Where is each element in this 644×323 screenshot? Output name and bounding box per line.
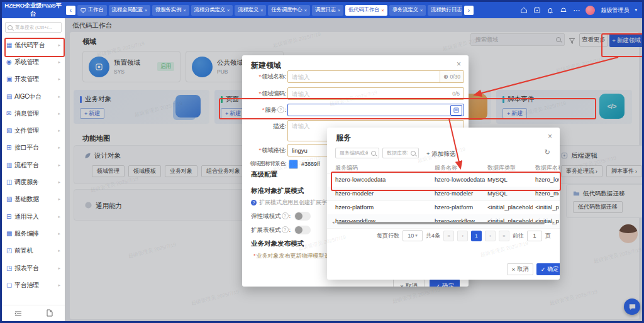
service-input[interactable]	[288, 107, 450, 114]
sidebar-item-file-mgmt[interactable]: ▧ 文件管理 ▸	[2, 122, 65, 139]
chevron-down-icon[interactable]: ▾	[635, 8, 637, 13]
db-type-filter[interactable]	[382, 148, 419, 158]
sidebar-item-service-orchestration[interactable]: ▩ 服务编排 ▸	[2, 225, 65, 242]
tab-process-definition[interactable]: 流程定义×	[235, 5, 266, 16]
close-icon: ×	[512, 266, 515, 273]
chevron-right-icon: ▸	[58, 77, 60, 82]
modal-cancel-button[interactable]: × 取消	[393, 279, 425, 287]
more-icon[interactable]: ⋯	[573, 6, 580, 14]
prev-page-button[interactable]: ‹	[457, 231, 468, 241]
lookup-icon[interactable]	[450, 105, 462, 116]
refresh-icon[interactable]: ↻	[545, 148, 550, 156]
tab-task-schedule-center[interactable]: 任务调度中心×	[268, 5, 310, 16]
table-row-modeler[interactable]: hzero-modeler hzero-modeler MySQL hzero_…	[327, 187, 560, 201]
close-icon[interactable]: ×	[381, 8, 384, 13]
domain-name-input[interactable]	[288, 74, 440, 80]
color-swatch[interactable]	[289, 160, 298, 169]
scroll-left-icon[interactable]: ◂	[332, 220, 335, 225]
horizontal-scrollbar[interactable]: ◂ ▸	[327, 221, 560, 226]
sidebar-item-front-machine[interactable]: ◰ 前置机 ▸	[2, 243, 65, 260]
sidebar-item-message-mgmt[interactable]: ✉ 消息管理 ▸	[2, 105, 65, 122]
close-icon[interactable]: ×	[548, 132, 552, 141]
std-ext-mode-title: 标准对象扩展模式	[251, 187, 304, 195]
service-cancel-button[interactable]: × 取消	[507, 263, 533, 275]
page-size-select[interactable]: 10 ▾	[402, 230, 423, 241]
close-icon[interactable]: ×	[227, 8, 230, 13]
service-lookup-field[interactable]	[287, 104, 464, 116]
page-number-button[interactable]: 1	[471, 231, 482, 241]
close-icon[interactable]: ×	[338, 8, 340, 13]
tabs-scroll-left-button[interactable]: ‹	[66, 6, 75, 15]
search-icon	[8, 25, 13, 30]
hat-icon[interactable]	[560, 6, 567, 14]
service-code-filter[interactable]	[335, 148, 379, 158]
next-page-button[interactable]: ›	[485, 231, 496, 241]
sidebar-item-system-mgmt[interactable]: ◉ 系统管理 ▸	[2, 53, 65, 70]
flex-domain-toggle[interactable]	[294, 212, 311, 221]
sidebar-item-dev-mgmt[interactable]: ▣ 开发管理 ▸	[2, 71, 65, 88]
topbar-actions: ⋯ 超级管理员 ▾	[520, 6, 642, 15]
close-icon[interactable]: ×	[457, 60, 461, 68]
sidebar-item-lowcode-platform[interactable]: ▦ 低代码平台 ▸	[2, 36, 65, 53]
sidebar-item-platform-governance[interactable]: ▢ 平台治理 ▸	[2, 276, 65, 293]
domain-code-input[interactable]	[288, 90, 452, 97]
system-mgmt-icon: ◉	[6, 59, 14, 65]
tab-process-exec-log[interactable]: 流程执行日志×	[428, 5, 462, 16]
goto-page-input[interactable]: 1	[527, 231, 542, 241]
user-avatar[interactable]	[586, 6, 595, 15]
globe-icon[interactable]: ⊕	[443, 74, 448, 80]
last-page-button[interactable]: »	[499, 231, 509, 241]
document-icon[interactable]	[47, 308, 53, 319]
calendar-icon[interactable]	[533, 6, 541, 14]
scrollbar-thumb[interactable]	[337, 222, 545, 224]
sidebar-item-api-platform[interactable]: ⊞ 接口平台 ▸	[2, 140, 65, 156]
bell-icon[interactable]	[547, 6, 554, 14]
domain-code-field[interactable]: 0/5	[287, 87, 464, 100]
close-icon[interactable]: ×	[420, 8, 423, 13]
message-mgmt-icon: ✉	[6, 111, 14, 117]
service-confirm-button[interactable]: ✓ 确定	[536, 263, 560, 275]
col-db-type: 数据库类型	[487, 164, 533, 172]
scroll-right-icon[interactable]: ▸	[552, 220, 555, 225]
home-icon[interactable]	[520, 6, 528, 14]
publish-option-label: 业务对象发布更新物理模型选项:	[257, 253, 338, 259]
menu-search-input[interactable]	[14, 24, 60, 31]
tab-process-global-config[interactable]: 流程全局配置×	[109, 5, 151, 16]
tab-microservice-instance[interactable]: 微服务实例×	[152, 5, 189, 16]
help-icon: ?	[282, 212, 289, 219]
tab-transaction-flow[interactable]: 事务流定义×	[389, 5, 426, 16]
file-mgmt-icon: ▧	[6, 128, 14, 134]
domain-code-label: 领域编码:	[262, 90, 286, 97]
db-type-filter-input[interactable]	[386, 150, 409, 156]
username-label[interactable]: 超级管理员	[601, 6, 629, 14]
sidebar: ▦ 低代码平台 ▸ ◉ 系统管理 ▸ ▣ 开发管理 ▸ ▤ AIGC中台 ▸ ✉…	[2, 18, 65, 321]
first-page-button[interactable]: «	[443, 231, 454, 241]
close-icon[interactable]: ×	[260, 8, 263, 13]
menu-search-box[interactable]	[5, 22, 62, 33]
page-unit-label: 页	[545, 232, 551, 240]
sidebar-item-general-import[interactable]: ⊟ 通用导入 ▸	[2, 208, 65, 225]
tabs-scroll-right-button[interactable]: ›	[464, 6, 474, 15]
close-icon[interactable]: ×	[183, 8, 186, 13]
tab-schedule-log[interactable]: 调度日志×	[312, 5, 343, 16]
sidebar-item-process-platform[interactable]: ▥ 流程平台 ▸	[2, 156, 65, 173]
sidebar-item-base-data[interactable]: ▨ 基础数据 ▸	[2, 191, 65, 208]
chevron-right-icon: ▸	[58, 111, 60, 116]
tab-process-category[interactable]: 流程分类定义×	[191, 5, 233, 16]
sidebar-item-aigc[interactable]: ▤ AIGC中台 ▸	[2, 88, 65, 105]
table-row-platform[interactable]: hzero-platform hzero-platform <initial_p…	[327, 200, 560, 215]
domain-name-field[interactable]: ⊕ 0/30	[287, 70, 464, 83]
close-icon[interactable]: ×	[304, 8, 307, 13]
close-icon[interactable]: ×	[145, 8, 147, 13]
sidebar-item-schedule-service[interactable]: ◫ 调度服务 ▸	[2, 173, 65, 190]
collapse-menu-icon[interactable]	[14, 308, 22, 319]
tab-lowcode-workbench[interactable]: 低代码工作台×	[345, 5, 387, 16]
table-row-lowcodedata[interactable]: hzero-lowcodedata hzero-lowcodedata MySQ…	[327, 173, 560, 187]
add-filter-button[interactable]: + 添加筛选	[426, 150, 455, 158]
service-code-filter-input[interactable]	[338, 150, 369, 156]
ext-table-toggle[interactable]	[294, 226, 311, 234]
goto-label: 前往	[513, 232, 524, 240]
tab-workbench[interactable]: 工作台	[77, 5, 107, 16]
sidebar-item-report-platform[interactable]: ◳ 报表平台 ▸	[2, 260, 65, 276]
modal-confirm-button[interactable]: ✓ 确定	[430, 279, 460, 287]
